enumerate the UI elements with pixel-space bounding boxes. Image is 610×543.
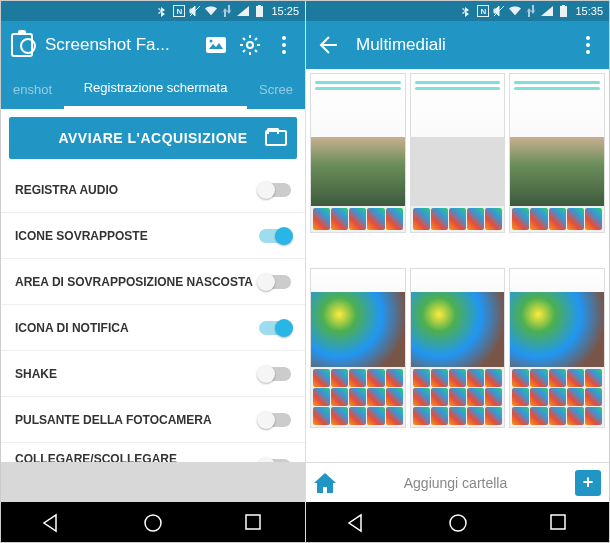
empty-area — [1, 462, 305, 502]
recents-button[interactable] — [244, 513, 264, 533]
svg-rect-0 — [256, 6, 263, 17]
media-thumbnail[interactable] — [310, 268, 406, 428]
phone-gallery-app: N 15:35 Multimediali Aggiungi cartella + — [305, 1, 609, 543]
svg-point-7 — [282, 50, 286, 54]
wifi-icon — [509, 5, 521, 17]
setting-row-power-connect[interactable]: COLLEGARE/SCOLLEGARE ALIMENTATORE — [1, 443, 305, 462]
overflow-menu-icon[interactable] — [273, 34, 295, 56]
home-icon[interactable] — [314, 473, 336, 493]
svg-rect-2 — [206, 37, 226, 53]
tab-bar: enshot Registrazione schermata Scree — [1, 69, 305, 109]
toggle[interactable] — [259, 229, 291, 243]
start-capture-button[interactable]: AVVIARE L'ACQUISIZIONE — [9, 117, 297, 159]
nfc-icon: N — [173, 5, 185, 17]
settings-list: REGISTRA AUDIO ICONE SOVRAPPOSTE AREA DI… — [1, 167, 305, 462]
overflow-menu-icon[interactable] — [577, 34, 599, 56]
setting-row-hidden-overlay-area[interactable]: AREA DI SOVRAPPOSIZIONE NASCOSTA — [1, 259, 305, 305]
mute-icon — [189, 5, 201, 17]
setting-row-notification-icon[interactable]: ICONA DI NOTIFICA — [1, 305, 305, 351]
add-folder-label[interactable]: Aggiungi cartella — [344, 475, 567, 491]
wifi-icon — [205, 5, 217, 17]
mute-icon — [493, 5, 505, 17]
bluetooth-icon — [461, 5, 473, 17]
svg-point-15 — [450, 515, 466, 531]
start-capture-label: AVVIARE L'ACQUISIZIONE — [58, 130, 247, 146]
status-time: 15:25 — [271, 5, 299, 17]
recents-button[interactable] — [549, 513, 569, 533]
setting-row-record-audio[interactable]: REGISTRA AUDIO — [1, 167, 305, 213]
signal-icon — [541, 5, 553, 17]
media-thumbnail[interactable] — [509, 268, 605, 428]
svg-point-13 — [586, 43, 590, 47]
svg-point-12 — [586, 36, 590, 40]
status-bar: N 15:25 — [1, 1, 305, 21]
toggle[interactable] — [259, 459, 291, 463]
bluetooth-icon — [157, 5, 169, 17]
svg-point-6 — [282, 43, 286, 47]
setting-row-shake[interactable]: SHAKE — [1, 351, 305, 397]
app-title: Screenshot Fa... — [45, 35, 193, 55]
settings-icon[interactable] — [239, 34, 261, 56]
home-button[interactable] — [143, 513, 163, 533]
app-logo-icon — [11, 34, 33, 56]
svg-point-5 — [282, 36, 286, 40]
nfc-icon: N — [477, 5, 489, 17]
system-nav-bar — [1, 502, 305, 543]
phone-screenshot-app: N 15:25 Screenshot Fa... enshot Registra… — [1, 1, 305, 543]
media-thumbnail[interactable] — [410, 268, 506, 428]
back-button[interactable] — [42, 513, 62, 533]
back-arrow-icon[interactable] — [316, 34, 338, 56]
tab-screen-recording[interactable]: Registrazione schermata — [64, 69, 247, 109]
home-button[interactable] — [448, 513, 468, 533]
signal-icon — [237, 5, 249, 17]
setting-row-camera-button[interactable]: PULSANTE DELLA FOTOCAMERA — [1, 397, 305, 443]
app-toolbar: Screenshot Fa... — [1, 21, 305, 69]
toggle[interactable] — [259, 367, 291, 381]
svg-rect-16 — [551, 515, 565, 529]
gallery-icon[interactable] — [205, 34, 227, 56]
toggle[interactable] — [259, 321, 291, 335]
add-button[interactable]: + — [575, 470, 601, 496]
data-icon — [221, 5, 233, 17]
media-thumbnail[interactable] — [509, 73, 605, 233]
folder-icon[interactable] — [265, 130, 287, 146]
svg-point-14 — [586, 50, 590, 54]
svg-point-4 — [247, 42, 253, 48]
tab-screenshot[interactable]: enshot — [1, 69, 64, 109]
tab-next[interactable]: Scree — [247, 69, 305, 109]
media-thumbnail[interactable] — [310, 73, 406, 233]
svg-rect-9 — [246, 515, 260, 529]
toggle[interactable] — [259, 183, 291, 197]
media-grid — [306, 69, 609, 462]
media-thumbnail[interactable] — [410, 73, 506, 233]
setting-row-overlay-icons[interactable]: ICONE SOVRAPPOSTE — [1, 213, 305, 259]
data-icon — [525, 5, 537, 17]
svg-rect-1 — [258, 5, 261, 6]
back-button[interactable] — [347, 513, 367, 533]
status-bar: N 15:35 — [306, 1, 609, 21]
toggle[interactable] — [259, 413, 291, 427]
svg-rect-10 — [560, 6, 567, 17]
battery-icon — [557, 5, 569, 17]
app-toolbar: Multimediali — [306, 21, 609, 69]
app-title: Multimediali — [356, 35, 565, 55]
toggle[interactable] — [259, 275, 291, 289]
svg-point-8 — [145, 515, 161, 531]
svg-point-3 — [210, 40, 213, 43]
svg-rect-11 — [562, 5, 565, 6]
status-time: 15:35 — [575, 5, 603, 17]
system-nav-bar — [306, 502, 609, 543]
bottom-action-bar: Aggiungi cartella + — [306, 462, 609, 502]
battery-icon — [253, 5, 265, 17]
